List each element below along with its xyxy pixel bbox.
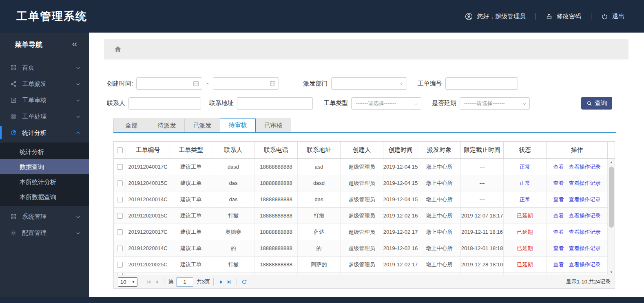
- tab-to-dispatch[interactable]: 待派发: [149, 119, 185, 132]
- cell-status: 已延期: [504, 208, 547, 224]
- cell-phone: 18888888888: [255, 191, 298, 207]
- calendar-icon[interactable]: [193, 80, 199, 87]
- table-scrollbar[interactable]: ▲ ▼: [608, 159, 615, 275]
- cell-target: 墩上中心所: [418, 208, 461, 224]
- contact-input[interactable]: [128, 97, 201, 110]
- tab-dispatched[interactable]: 已派发: [184, 119, 220, 132]
- column-header: 工单编号: [126, 142, 170, 158]
- column-header: 联系地址: [298, 142, 341, 158]
- sidebar-title: 菜单导航: [15, 40, 42, 49]
- collapse-sidebar-icon[interactable]: [71, 41, 78, 48]
- view-log-link[interactable]: 查看操作记录: [569, 245, 601, 252]
- view-log-link[interactable]: 查看操作记录: [569, 180, 601, 187]
- header-scroll-filler: [608, 142, 615, 158]
- select-all-checkbox[interactable]: [117, 147, 123, 153]
- main-content: 创建时间: -: [89, 33, 644, 297]
- row-checkbox[interactable]: [117, 273, 123, 275]
- home-icon[interactable]: [114, 45, 122, 53]
- chevron-down-icon: [75, 65, 81, 70]
- order-no-label: 工单编号: [418, 80, 442, 88]
- row-checkbox-cell: [114, 240, 126, 256]
- page-number-input[interactable]: [176, 277, 193, 287]
- cell-actions: 查看查看操作记录: [547, 191, 608, 207]
- row-checkbox[interactable]: [117, 229, 123, 235]
- row-checkbox[interactable]: [117, 213, 123, 219]
- submenu-item-local-statistics[interactable]: 本所统计分析: [0, 174, 89, 189]
- cell-empty: [126, 273, 170, 275]
- last-page-button[interactable]: [225, 278, 233, 286]
- row-checkbox[interactable]: [117, 246, 123, 251]
- sidebar-item-config[interactable]: 配置管理: [0, 225, 89, 241]
- view-link[interactable]: 查看: [553, 180, 564, 187]
- delay-select-value: -------请选择-------: [464, 100, 505, 107]
- sidebar-item-review[interactable]: 工单审核: [0, 92, 89, 108]
- cell-creator: 超级管理员: [341, 257, 383, 272]
- sidebar-item-home[interactable]: 首页: [0, 59, 89, 76]
- search-button[interactable]: 查询: [581, 97, 612, 110]
- sidebar-menu: 首页 工单派发: [0, 56, 89, 241]
- sidebar-item-system[interactable]: 系统管理: [0, 209, 89, 225]
- sidebar-item-dispatch[interactable]: 工单派发: [0, 76, 89, 92]
- scroll-up-icon[interactable]: ▲: [608, 159, 615, 165]
- cell-contact: das: [212, 191, 255, 207]
- logout-button[interactable]: 退出: [601, 13, 624, 20]
- view-link[interactable]: 查看: [553, 228, 564, 236]
- chevron-down-icon: [414, 101, 418, 106]
- view-log-link[interactable]: 查看操作记录: [569, 212, 601, 220]
- cell-empty: [547, 273, 608, 275]
- view-log-link[interactable]: 查看操作记录: [569, 163, 601, 171]
- view-link[interactable]: 查看: [553, 212, 564, 220]
- user-icon: [465, 13, 473, 20]
- cell-phone: 18888888888: [255, 175, 298, 191]
- delay-select[interactable]: -------请选择-------: [460, 97, 530, 110]
- cell-created: 2019-12-02 16: [383, 240, 418, 256]
- sidebar-item-statistics[interactable]: 统计分析: [0, 125, 89, 141]
- page-size-select[interactable]: 10 ▼: [118, 277, 137, 287]
- scrollbar-thumb[interactable]: [609, 167, 614, 228]
- calendar-icon[interactable]: [269, 80, 276, 87]
- view-link[interactable]: 查看: [553, 163, 564, 171]
- type-select[interactable]: -------请选择-------: [351, 97, 421, 110]
- view-link[interactable]: 查看: [553, 245, 564, 252]
- view-log-link[interactable]: 查看操作记录: [569, 196, 601, 203]
- create-time-start-input[interactable]: [136, 77, 202, 90]
- row-checkbox[interactable]: [117, 197, 123, 202]
- refresh-button[interactable]: [240, 278, 248, 286]
- lock-icon: [546, 13, 553, 20]
- row-checkbox[interactable]: [117, 164, 123, 170]
- cell-type: 建议工单: [170, 175, 212, 191]
- create-time-end-input[interactable]: [213, 77, 279, 90]
- submenu-item-data-query[interactable]: 数据查询: [0, 159, 89, 174]
- row-checkbox[interactable]: [117, 262, 123, 268]
- order-no-input[interactable]: [445, 77, 518, 90]
- cell-deadline: 2018-12-01 18:18: [461, 240, 504, 256]
- view-link[interactable]: 查看: [553, 196, 564, 203]
- next-page-button[interactable]: [217, 278, 225, 286]
- tab-all[interactable]: 全部: [113, 119, 149, 132]
- view-link[interactable]: 查看: [553, 261, 564, 268]
- row-checkbox[interactable]: [117, 180, 123, 186]
- pie-chart-icon: [10, 130, 17, 136]
- first-page-button[interactable]: [144, 278, 153, 286]
- column-header: 派发对象: [418, 142, 461, 158]
- view-log-link[interactable]: 查看操作记录: [569, 261, 601, 268]
- tab-reviewed[interactable]: 已审核: [255, 119, 291, 132]
- cell-actions: 查看查看操作记录: [547, 208, 608, 224]
- tab-to-review[interactable]: 待审核: [220, 119, 256, 132]
- row-checkbox-cell: [114, 208, 126, 224]
- sidebar-item-process[interactable]: 工单处理: [0, 108, 89, 125]
- depart-select[interactable]: [331, 77, 407, 90]
- sidebar-item-label: 统计分析: [22, 129, 46, 137]
- scroll-down-icon[interactable]: ▼: [608, 269, 615, 275]
- submenu-item-statistics[interactable]: 统计分析: [0, 144, 89, 159]
- cell-empty: [298, 273, 341, 275]
- cell-status: 正常: [504, 191, 547, 207]
- prev-page-button[interactable]: [153, 278, 161, 286]
- change-password-button[interactable]: 修改密码: [546, 13, 581, 20]
- address-input[interactable]: [237, 97, 313, 110]
- view-log-link[interactable]: 查看操作记录: [569, 228, 601, 236]
- cell-type: 建议工单: [170, 208, 212, 224]
- submenu-item-local-data-query[interactable]: 本所数据查询: [0, 189, 89, 204]
- status-tabs: 全部 待派发 已派发 待审核 已审核: [113, 119, 616, 133]
- cell-phone: 18888888888: [255, 159, 298, 175]
